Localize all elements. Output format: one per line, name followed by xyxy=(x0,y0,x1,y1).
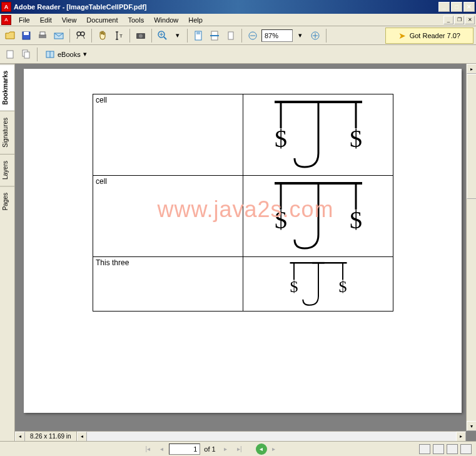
title-bar: A Adobe Reader - [ImageTableCellPDF.pdf]… xyxy=(0,0,476,14)
svg-rect-1 xyxy=(24,32,29,35)
forward-button[interactable]: ▸ xyxy=(268,443,280,455)
mdi-restore-button[interactable]: ❐ xyxy=(454,16,464,24)
close-button[interactable]: ✕ xyxy=(463,2,475,12)
table-row: This three $ $ xyxy=(93,257,393,312)
menu-edit[interactable]: Edit xyxy=(35,15,57,25)
zoom-dropdown[interactable]: ▾ xyxy=(171,29,184,42)
table-cell-label: cell xyxy=(93,94,243,176)
save-button[interactable] xyxy=(19,28,34,43)
page-number-input[interactable] xyxy=(169,443,200,455)
single-page-view-button[interactable] xyxy=(419,444,430,454)
hand-tool-button[interactable] xyxy=(95,28,110,43)
fit-width-button[interactable] xyxy=(207,28,222,43)
page-thumb-button[interactable] xyxy=(3,47,18,62)
svg-point-9 xyxy=(139,34,143,38)
email-button[interactable] xyxy=(51,28,66,43)
js-glyph-icon: $ $ xyxy=(256,178,381,253)
zoom-out-button[interactable] xyxy=(245,28,260,43)
vertical-scrollbar[interactable]: ▴ ▸ ▾ xyxy=(466,64,476,431)
svg-point-5 xyxy=(77,32,81,36)
chevron-down-icon: ▾ xyxy=(83,50,87,58)
scroll-right-button[interactable]: ▸ xyxy=(456,432,466,442)
first-page-button[interactable]: |◂ xyxy=(141,443,154,455)
svg-text:$: $ xyxy=(350,206,362,234)
search-button[interactable] xyxy=(73,28,88,43)
svg-rect-16 xyxy=(7,51,13,58)
ebooks-label: eBooks xyxy=(58,51,81,58)
select-tool-button[interactable]: T xyxy=(111,28,126,43)
menu-tools[interactable]: Tools xyxy=(123,15,149,25)
zoom-plus-button[interactable] xyxy=(308,28,323,43)
continuous-facing-view-button[interactable] xyxy=(460,444,472,454)
mdi-minimize-button[interactable]: _ xyxy=(443,16,453,24)
rotate-button[interactable] xyxy=(223,28,238,43)
ebooks-button[interactable]: eBooks ▾ xyxy=(41,48,91,61)
horizontal-scrollbar[interactable]: ◂ 8.26 x 11.69 in ◂ ▸ xyxy=(15,431,466,441)
fit-page-button[interactable] xyxy=(191,28,206,43)
page-total-label: of 1 xyxy=(201,445,218,453)
svg-rect-18 xyxy=(24,52,29,58)
scroll-left2-button[interactable]: ◂ xyxy=(77,432,87,442)
table-cell-image: $ $ xyxy=(243,257,393,312)
table-row: cell $ $ xyxy=(93,176,393,257)
side-tab-signatures[interactable]: Signatures xyxy=(0,111,14,154)
side-tab-pages[interactable]: Pages xyxy=(0,186,14,216)
vertical-scroll-thumb[interactable] xyxy=(467,74,476,199)
svg-text:$: $ xyxy=(275,124,287,153)
got-reader-label: Got Reader 7.0? xyxy=(410,32,460,39)
secondary-toolbar: eBooks ▾ xyxy=(0,45,476,64)
open-button[interactable] xyxy=(3,28,18,43)
svg-text:$: $ xyxy=(338,278,347,296)
mdi-close-button[interactable]: ✕ xyxy=(465,16,475,24)
got-reader-promo[interactable]: ➤ Got Reader 7.0? xyxy=(385,28,473,44)
svg-rect-3 xyxy=(40,32,45,35)
document-viewport: cell $ $ cell xyxy=(15,64,476,441)
menu-bar: A File Edit View Document Tools Window H… xyxy=(0,14,476,26)
app-icon: A xyxy=(1,2,11,12)
menu-file[interactable]: File xyxy=(14,15,35,25)
page-copy-button[interactable] xyxy=(19,47,34,62)
page-size-display: 8.26 x 11.69 in xyxy=(25,432,77,442)
scroll-down-button[interactable]: ▾ xyxy=(467,421,476,431)
status-bar: |◂ ◂ of 1 ▸ ▸| ◂ ▸ xyxy=(0,441,476,456)
continuous-view-button[interactable] xyxy=(433,444,444,454)
svg-text:$: $ xyxy=(350,124,362,153)
js-glyph-icon: $ $ xyxy=(256,97,381,172)
horizontal-scroll-track[interactable] xyxy=(87,432,456,442)
table-row: cell $ $ xyxy=(93,94,393,176)
side-panel: Bookmarks Signatures Layers Pages xyxy=(0,64,15,441)
side-tab-layers[interactable]: Layers xyxy=(0,154,14,186)
menu-window[interactable]: Window xyxy=(149,15,183,25)
window-title: Adobe Reader - [ImageTableCellPDF.pdf] xyxy=(14,3,438,11)
promo-arrow-icon: ➤ xyxy=(398,31,406,41)
zoom-input[interactable] xyxy=(261,29,293,42)
document-table: cell $ $ cell xyxy=(93,94,393,312)
menu-help[interactable]: Help xyxy=(183,15,208,25)
svg-point-6 xyxy=(81,32,84,36)
minimize-button[interactable]: _ xyxy=(438,2,450,12)
menu-view[interactable]: View xyxy=(57,15,82,25)
zoom-in-button[interactable] xyxy=(155,28,170,43)
next-page-button[interactable]: ▸ xyxy=(220,443,232,455)
prev-page-button[interactable]: ◂ xyxy=(155,443,168,455)
document-icon: A xyxy=(1,15,11,25)
side-tab-bookmarks[interactable]: Bookmarks xyxy=(0,64,14,111)
svg-rect-13 xyxy=(228,32,233,39)
back-button[interactable]: ◂ xyxy=(256,443,267,455)
pdf-page: cell $ $ cell xyxy=(24,69,462,413)
table-cell-label: This three xyxy=(93,257,243,312)
zoom-combo-dropdown[interactable]: ▾ xyxy=(294,29,306,42)
table-cell-image: $ $ xyxy=(243,176,393,257)
print-button[interactable] xyxy=(35,28,50,43)
main-toolbar: T ▾ ▾ ➤ Got Reader 7.0? xyxy=(0,26,476,45)
snapshot-tool-button[interactable] xyxy=(133,28,148,43)
scroll-menu-button[interactable]: ▸ xyxy=(467,64,476,74)
scroll-left-button[interactable]: ◂ xyxy=(15,432,25,442)
svg-text:T: T xyxy=(119,33,123,39)
maximize-button[interactable]: □ xyxy=(451,2,462,12)
js-glyph-icon: $ $ xyxy=(278,260,359,308)
last-page-button[interactable]: ▸| xyxy=(233,443,246,455)
facing-view-button[interactable] xyxy=(447,444,458,454)
svg-text:$: $ xyxy=(275,206,287,234)
menu-document[interactable]: Document xyxy=(81,15,123,25)
